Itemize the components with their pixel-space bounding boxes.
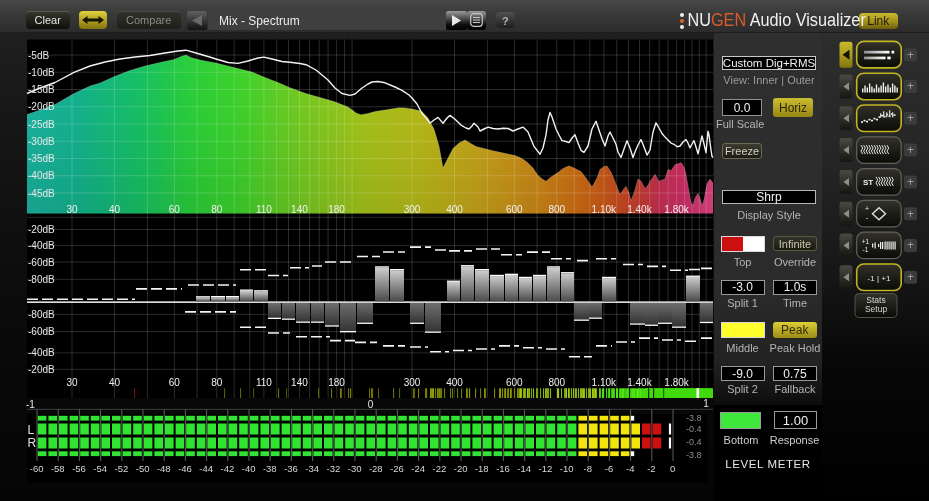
svg-text:+: + (907, 111, 914, 125)
svg-text:+: + (907, 143, 914, 157)
svg-text:+: + (865, 205, 869, 212)
svg-text:-1 | +1: -1 | +1 (868, 274, 891, 283)
svg-text:+1: +1 (862, 238, 870, 245)
svg-text:+: + (907, 270, 914, 284)
svg-text:+: + (907, 175, 914, 189)
svg-text:+: + (907, 207, 914, 221)
svg-text:+: + (907, 238, 914, 252)
svg-text:Stats: Stats (866, 295, 885, 305)
svg-text:-: - (866, 213, 869, 222)
svg-text:-1: -1 (863, 246, 869, 253)
svg-text:Setup: Setup (865, 304, 887, 314)
svg-text:+: + (907, 79, 914, 93)
svg-text:ST: ST (863, 178, 873, 187)
svg-text:+: + (907, 48, 914, 62)
